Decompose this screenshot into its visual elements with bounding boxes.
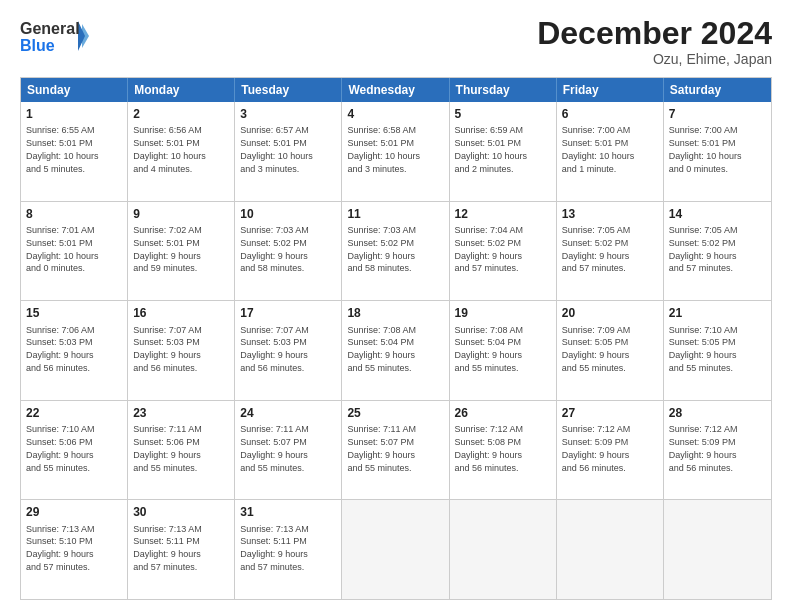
calendar-cell-16: 16Sunrise: 7:07 AM Sunset: 5:03 PM Dayli… <box>128 301 235 400</box>
calendar-cell-15: 15Sunrise: 7:06 AM Sunset: 5:03 PM Dayli… <box>21 301 128 400</box>
cell-info: Sunrise: 7:11 AM Sunset: 5:07 PM Dayligh… <box>240 424 309 472</box>
cell-info: Sunrise: 6:57 AM Sunset: 5:01 PM Dayligh… <box>240 125 313 173</box>
calendar-cell-27: 27Sunrise: 7:12 AM Sunset: 5:09 PM Dayli… <box>557 401 664 500</box>
cell-info: Sunrise: 7:12 AM Sunset: 5:08 PM Dayligh… <box>455 424 524 472</box>
cell-info: Sunrise: 7:09 AM Sunset: 5:05 PM Dayligh… <box>562 325 631 373</box>
calendar-cell-30: 30Sunrise: 7:13 AM Sunset: 5:11 PM Dayli… <box>128 500 235 599</box>
cell-info: Sunrise: 7:13 AM Sunset: 5:10 PM Dayligh… <box>26 524 95 572</box>
day-number: 23 <box>133 405 229 421</box>
header-saturday: Saturday <box>664 78 771 102</box>
calendar-cell-7: 7Sunrise: 7:00 AM Sunset: 5:01 PM Daylig… <box>664 102 771 201</box>
header-sunday: Sunday <box>21 78 128 102</box>
cell-info: Sunrise: 7:11 AM Sunset: 5:06 PM Dayligh… <box>133 424 202 472</box>
cell-info: Sunrise: 7:04 AM Sunset: 5:02 PM Dayligh… <box>455 225 524 273</box>
calendar-cell-8: 8Sunrise: 7:01 AM Sunset: 5:01 PM Daylig… <box>21 202 128 301</box>
day-number: 30 <box>133 504 229 520</box>
day-number: 19 <box>455 305 551 321</box>
day-number: 20 <box>562 305 658 321</box>
calendar-cell-17: 17Sunrise: 7:07 AM Sunset: 5:03 PM Dayli… <box>235 301 342 400</box>
day-number: 8 <box>26 206 122 222</box>
page: GeneralBlue December 2024 Ozu, Ehime, Ja… <box>0 0 792 612</box>
calendar-cell-13: 13Sunrise: 7:05 AM Sunset: 5:02 PM Dayli… <box>557 202 664 301</box>
day-number: 6 <box>562 106 658 122</box>
cell-info: Sunrise: 6:56 AM Sunset: 5:01 PM Dayligh… <box>133 125 206 173</box>
cell-info: Sunrise: 7:07 AM Sunset: 5:03 PM Dayligh… <box>240 325 309 373</box>
day-number: 18 <box>347 305 443 321</box>
day-number: 27 <box>562 405 658 421</box>
day-number: 11 <box>347 206 443 222</box>
day-number: 24 <box>240 405 336 421</box>
day-number: 10 <box>240 206 336 222</box>
calendar-cell-empty-4-5 <box>557 500 664 599</box>
calendar-header: Sunday Monday Tuesday Wednesday Thursday… <box>21 78 771 102</box>
day-number: 3 <box>240 106 336 122</box>
header-friday: Friday <box>557 78 664 102</box>
cell-info: Sunrise: 7:03 AM Sunset: 5:02 PM Dayligh… <box>347 225 416 273</box>
header-thursday: Thursday <box>450 78 557 102</box>
calendar-cell-24: 24Sunrise: 7:11 AM Sunset: 5:07 PM Dayli… <box>235 401 342 500</box>
calendar-cell-empty-4-6 <box>664 500 771 599</box>
day-number: 4 <box>347 106 443 122</box>
main-title: December 2024 <box>537 16 772 51</box>
calendar-cell-21: 21Sunrise: 7:10 AM Sunset: 5:05 PM Dayli… <box>664 301 771 400</box>
logo: GeneralBlue <box>20 16 90 56</box>
cell-info: Sunrise: 7:03 AM Sunset: 5:02 PM Dayligh… <box>240 225 309 273</box>
day-number: 28 <box>669 405 766 421</box>
logo-icon: GeneralBlue <box>20 16 90 56</box>
header-monday: Monday <box>128 78 235 102</box>
calendar-cell-empty-4-3 <box>342 500 449 599</box>
calendar-cell-31: 31Sunrise: 7:13 AM Sunset: 5:11 PM Dayli… <box>235 500 342 599</box>
cell-info: Sunrise: 7:13 AM Sunset: 5:11 PM Dayligh… <box>133 524 202 572</box>
cell-info: Sunrise: 7:12 AM Sunset: 5:09 PM Dayligh… <box>562 424 631 472</box>
calendar-cell-23: 23Sunrise: 7:11 AM Sunset: 5:06 PM Dayli… <box>128 401 235 500</box>
calendar-cell-22: 22Sunrise: 7:10 AM Sunset: 5:06 PM Dayli… <box>21 401 128 500</box>
cell-info: Sunrise: 7:00 AM Sunset: 5:01 PM Dayligh… <box>669 125 742 173</box>
cell-info: Sunrise: 6:55 AM Sunset: 5:01 PM Dayligh… <box>26 125 99 173</box>
calendar-cell-4: 4Sunrise: 6:58 AM Sunset: 5:01 PM Daylig… <box>342 102 449 201</box>
day-number: 1 <box>26 106 122 122</box>
day-number: 25 <box>347 405 443 421</box>
day-number: 12 <box>455 206 551 222</box>
title-block: December 2024 Ozu, Ehime, Japan <box>537 16 772 67</box>
cell-info: Sunrise: 7:10 AM Sunset: 5:06 PM Dayligh… <box>26 424 95 472</box>
calendar-body: 1Sunrise: 6:55 AM Sunset: 5:01 PM Daylig… <box>21 102 771 599</box>
cell-info: Sunrise: 7:08 AM Sunset: 5:04 PM Dayligh… <box>347 325 416 373</box>
day-number: 21 <box>669 305 766 321</box>
cell-info: Sunrise: 7:06 AM Sunset: 5:03 PM Dayligh… <box>26 325 95 373</box>
calendar-cell-1: 1Sunrise: 6:55 AM Sunset: 5:01 PM Daylig… <box>21 102 128 201</box>
cell-info: Sunrise: 7:01 AM Sunset: 5:01 PM Dayligh… <box>26 225 99 273</box>
day-number: 13 <box>562 206 658 222</box>
calendar-cell-5: 5Sunrise: 6:59 AM Sunset: 5:01 PM Daylig… <box>450 102 557 201</box>
cell-info: Sunrise: 7:08 AM Sunset: 5:04 PM Dayligh… <box>455 325 524 373</box>
calendar-cell-9: 9Sunrise: 7:02 AM Sunset: 5:01 PM Daylig… <box>128 202 235 301</box>
cell-info: Sunrise: 7:00 AM Sunset: 5:01 PM Dayligh… <box>562 125 635 173</box>
day-number: 15 <box>26 305 122 321</box>
calendar-cell-11: 11Sunrise: 7:03 AM Sunset: 5:02 PM Dayli… <box>342 202 449 301</box>
calendar-row-2: 15Sunrise: 7:06 AM Sunset: 5:03 PM Dayli… <box>21 300 771 400</box>
day-number: 16 <box>133 305 229 321</box>
calendar-cell-3: 3Sunrise: 6:57 AM Sunset: 5:01 PM Daylig… <box>235 102 342 201</box>
cell-info: Sunrise: 7:05 AM Sunset: 5:02 PM Dayligh… <box>669 225 738 273</box>
calendar-cell-29: 29Sunrise: 7:13 AM Sunset: 5:10 PM Dayli… <box>21 500 128 599</box>
calendar-row-3: 22Sunrise: 7:10 AM Sunset: 5:06 PM Dayli… <box>21 400 771 500</box>
calendar-cell-19: 19Sunrise: 7:08 AM Sunset: 5:04 PM Dayli… <box>450 301 557 400</box>
calendar-cell-2: 2Sunrise: 6:56 AM Sunset: 5:01 PM Daylig… <box>128 102 235 201</box>
cell-info: Sunrise: 7:10 AM Sunset: 5:05 PM Dayligh… <box>669 325 738 373</box>
svg-text:General: General <box>20 20 80 37</box>
calendar-cell-10: 10Sunrise: 7:03 AM Sunset: 5:02 PM Dayli… <box>235 202 342 301</box>
day-number: 9 <box>133 206 229 222</box>
day-number: 17 <box>240 305 336 321</box>
cell-info: Sunrise: 7:05 AM Sunset: 5:02 PM Dayligh… <box>562 225 631 273</box>
day-number: 7 <box>669 106 766 122</box>
day-number: 14 <box>669 206 766 222</box>
cell-info: Sunrise: 7:07 AM Sunset: 5:03 PM Dayligh… <box>133 325 202 373</box>
calendar-row-1: 8Sunrise: 7:01 AM Sunset: 5:01 PM Daylig… <box>21 201 771 301</box>
day-number: 22 <box>26 405 122 421</box>
cell-info: Sunrise: 7:13 AM Sunset: 5:11 PM Dayligh… <box>240 524 309 572</box>
day-number: 29 <box>26 504 122 520</box>
calendar-row-4: 29Sunrise: 7:13 AM Sunset: 5:10 PM Dayli… <box>21 499 771 599</box>
header-tuesday: Tuesday <box>235 78 342 102</box>
calendar-cell-25: 25Sunrise: 7:11 AM Sunset: 5:07 PM Dayli… <box>342 401 449 500</box>
day-number: 26 <box>455 405 551 421</box>
subtitle: Ozu, Ehime, Japan <box>537 51 772 67</box>
